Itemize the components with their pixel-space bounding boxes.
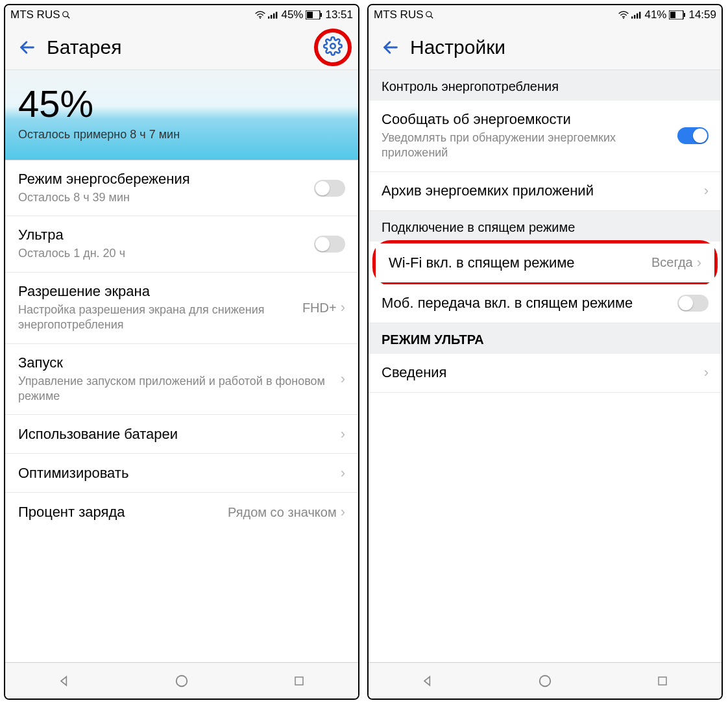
row-sub: Настройка разрешения экрана для снижения… <box>18 303 295 333</box>
svg-rect-5 <box>273 14 274 19</box>
row-title: Ультра <box>18 227 306 243</box>
navbar <box>369 662 722 699</box>
nav-back-button[interactable] <box>55 671 74 691</box>
row-title: Моб. передача вкл. в спящем режиме <box>382 295 670 312</box>
statusbar: MTS RUS 45% 13:51 <box>5 5 358 25</box>
back-button[interactable] <box>379 36 402 59</box>
battery-icon <box>306 10 322 19</box>
battery-remaining: Осталось примерно 8 ч 7 мин <box>18 128 345 142</box>
toggle-mobile-sleep[interactable] <box>677 295 709 312</box>
battery-icon <box>669 10 686 19</box>
svg-rect-4 <box>271 15 272 19</box>
svg-rect-23 <box>670 12 675 18</box>
battery-percent: 45% <box>18 82 345 125</box>
svg-rect-6 <box>276 12 277 18</box>
svg-point-2 <box>260 18 261 19</box>
row-title: Режим энергосбережения <box>18 171 306 188</box>
row-title: Сообщать об энергоемкости <box>382 111 670 128</box>
signal-icon <box>268 11 278 19</box>
svg-point-27 <box>540 675 551 686</box>
svg-rect-19 <box>634 15 635 19</box>
svg-point-13 <box>176 675 188 686</box>
svg-marker-26 <box>424 676 430 685</box>
toggle-notify-heavy[interactable] <box>677 127 709 144</box>
svg-rect-24 <box>684 13 685 17</box>
row-sub: Уведомлять при обнаружении энергоемких п… <box>382 130 670 161</box>
row-mobile-sleep[interactable]: Моб. передача вкл. в спящем режиме <box>369 284 722 323</box>
chevron-right-icon: › <box>341 504 345 521</box>
svg-line-16 <box>430 16 433 19</box>
row-info[interactable]: Сведения › <box>369 354 722 393</box>
row-value: FHD+ <box>302 301 337 315</box>
nav-recent-button[interactable] <box>289 671 309 691</box>
section-power-control: Контроль энергопотребления <box>369 70 722 101</box>
phone-right: MTS RUS 41% 14:59 Настройки Контроль эне… <box>367 4 723 700</box>
row-title: Процент заряда <box>18 504 220 521</box>
svg-point-17 <box>623 18 624 19</box>
navbar <box>5 662 358 699</box>
page-title: Настройки <box>410 36 505 58</box>
row-wifi-sleep[interactable]: Wi-Fi вкл. в спящем режиме Всегда › <box>376 243 714 282</box>
row-launch[interactable]: Запуск Управление запуском приложений и … <box>5 344 358 415</box>
row-archive[interactable]: Архив энергоемких приложений › <box>369 172 722 211</box>
svg-rect-18 <box>631 16 633 18</box>
header: Батарея <box>5 25 358 70</box>
phone-left: MTS RUS 45% 13:51 Батарея <box>4 4 359 700</box>
section-ultra-mode: РЕЖИМ УЛЬТРА <box>369 323 722 354</box>
row-title: Запуск <box>18 354 333 371</box>
nav-home-button[interactable] <box>535 671 555 691</box>
svg-rect-28 <box>659 677 666 685</box>
page-title: Батарея <box>47 36 121 58</box>
row-percent-label[interactable]: Процент заряда Рядом со значком › <box>5 493 358 532</box>
row-usage[interactable]: Использование батареи › <box>5 415 358 454</box>
svg-rect-9 <box>321 13 322 17</box>
back-button[interactable] <box>16 36 39 59</box>
row-notify-heavy[interactable]: Сообщать об энергоемкости Уведомлять при… <box>369 101 722 172</box>
chevron-right-icon: › <box>341 371 345 388</box>
row-title: Оптимизировать <box>18 465 333 482</box>
row-title: Wi-Fi вкл. в спящем режиме <box>389 254 644 271</box>
settings-list: Режим энергосбережения Осталось 8 ч 39 м… <box>5 160 358 662</box>
battery-pct-label: 45% <box>281 8 303 21</box>
row-optimize[interactable]: Оптимизировать › <box>5 454 358 493</box>
chevron-right-icon: › <box>704 182 709 199</box>
svg-point-0 <box>62 12 67 17</box>
row-ultra[interactable]: Ультра Осталось 1 дн. 20 ч <box>5 216 358 272</box>
row-resolution[interactable]: Разрешение экрана Настройка разрешения э… <box>5 273 358 344</box>
settings-list: Контроль энергопотребления Сообщать об э… <box>369 70 722 662</box>
svg-point-11 <box>330 43 335 49</box>
signal-icon <box>631 11 642 19</box>
toggle-ultra[interactable] <box>314 236 345 253</box>
chevron-right-icon: › <box>704 364 709 381</box>
statusbar: MTS RUS 41% 14:59 <box>369 5 722 25</box>
nav-home-button[interactable] <box>172 671 191 691</box>
search-icon <box>425 10 434 19</box>
wifi-icon <box>255 11 265 19</box>
svg-rect-3 <box>268 16 269 18</box>
carrier-label: MTS RUS <box>10 8 60 21</box>
header: Настройки <box>369 25 722 70</box>
svg-rect-21 <box>639 12 640 18</box>
gear-icon[interactable] <box>323 36 343 58</box>
battery-pct-label: 41% <box>644 8 666 21</box>
row-power-save[interactable]: Режим энергосбережения Осталось 8 ч 39 м… <box>5 160 358 216</box>
annotation-highlight: Wi-Fi вкл. в спящем режиме Всегда › <box>372 240 718 286</box>
svg-rect-14 <box>295 677 303 685</box>
svg-rect-8 <box>307 12 313 18</box>
section-sleep-conn: Подключение в спящем режиме <box>369 211 722 241</box>
nav-back-button[interactable] <box>418 671 437 691</box>
nav-recent-button[interactable] <box>653 671 672 691</box>
toggle-power-save[interactable] <box>314 180 345 197</box>
battery-hero: 45% Осталось примерно 8 ч 7 мин <box>5 70 358 160</box>
row-value: Рядом со значком <box>228 505 337 520</box>
row-sub: Осталось 1 дн. 20 ч <box>18 246 306 261</box>
search-icon <box>62 10 71 19</box>
row-sub: Управление запуском приложений и работой… <box>18 374 333 404</box>
row-title: Архив энергоемких приложений <box>382 182 696 199</box>
row-sub: Осталось 8 ч 39 мин <box>18 190 306 205</box>
chevron-right-icon: › <box>341 299 345 316</box>
wifi-icon <box>618 11 629 19</box>
clock-label: 13:51 <box>325 8 353 21</box>
settings-highlight <box>314 29 352 66</box>
svg-line-1 <box>67 16 69 19</box>
